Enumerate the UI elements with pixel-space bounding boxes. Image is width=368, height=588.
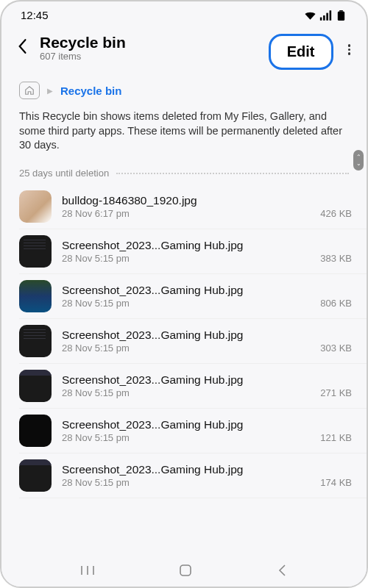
svg-rect-5	[338, 11, 344, 20]
signal-icon	[319, 10, 332, 21]
recents-icon	[80, 564, 95, 576]
info-text: This Recycle bin shows items deleted fro…	[1, 110, 367, 163]
file-thumbnail	[19, 370, 52, 402]
file-item[interactable]: Screenshot_2023...Gaming Hub.jpg 28 Nov …	[19, 319, 367, 364]
section-divider	[116, 173, 349, 174]
chevron-left-icon	[16, 38, 28, 54]
file-thumbnail	[19, 415, 52, 447]
file-date: 28 Nov 5:15 pm	[62, 298, 130, 309]
item-count: 607 items	[40, 51, 260, 62]
file-date: 28 Nov 5:15 pm	[62, 477, 130, 488]
page-title: Recycle bin	[40, 34, 260, 51]
file-thumbnail	[19, 459, 52, 492]
file-item[interactable]: Screenshot_2023...Gaming Hub.jpg 28 Nov …	[19, 364, 367, 409]
file-size: 806 KB	[320, 298, 352, 309]
recents-button[interactable]	[80, 564, 95, 579]
file-item[interactable]: Screenshot_2023...Gaming Hub.jpg 28 Nov …	[19, 229, 367, 274]
file-name: bulldog-1846380_1920.jpg	[62, 194, 352, 207]
more-options-button[interactable]	[345, 34, 353, 55]
file-name: Screenshot_2023...Gaming Hub.jpg	[62, 329, 352, 342]
back-nav-button[interactable]	[276, 564, 288, 580]
breadcrumb-current[interactable]: Recycle bin	[60, 85, 121, 97]
back-button[interactable]	[16, 38, 31, 59]
home-nav-icon	[179, 564, 192, 577]
file-size: 426 KB	[320, 208, 352, 219]
file-item[interactable]: Screenshot_2023...Gaming Hub.jpg 28 Nov …	[19, 274, 367, 319]
svg-rect-4	[339, 10, 343, 12]
file-info: Screenshot_2023...Gaming Hub.jpg 28 Nov …	[62, 239, 352, 264]
file-date: 28 Nov 5:15 pm	[62, 387, 130, 398]
file-info: Screenshot_2023...Gaming Hub.jpg 28 Nov …	[62, 373, 352, 398]
chevron-up-icon: ⌃	[356, 154, 361, 160]
file-size: 303 KB	[320, 343, 352, 354]
file-info: Screenshot_2023...Gaming Hub.jpg 28 Nov …	[62, 418, 352, 443]
file-date: 28 Nov 5:15 pm	[62, 432, 130, 443]
svg-rect-3	[330, 10, 332, 21]
breadcrumb-separator-icon: ▶	[47, 87, 53, 95]
edit-button[interactable]: Edit	[269, 34, 333, 70]
file-thumbnail	[19, 325, 52, 357]
section-label: 25 days until deletion	[19, 168, 109, 179]
home-button[interactable]	[179, 564, 192, 580]
file-list: bulldog-1846380_1920.jpg 28 Nov 6:17 pm …	[1, 184, 367, 498]
breadcrumb: ▶ Recycle bin	[1, 74, 367, 110]
svg-rect-6	[180, 565, 191, 576]
status-icons	[304, 10, 347, 21]
file-name: Screenshot_2023...Gaming Hub.jpg	[62, 418, 352, 431]
wifi-icon	[304, 10, 316, 21]
svg-rect-0	[320, 17, 322, 20]
file-thumbnail	[19, 280, 52, 312]
file-thumbnail	[19, 190, 52, 223]
file-date: 28 Nov 5:15 pm	[62, 253, 130, 264]
file-item[interactable]: Screenshot_2023...Gaming Hub.jpg 28 Nov …	[19, 453, 367, 498]
file-name: Screenshot_2023...Gaming Hub.jpg	[62, 284, 352, 297]
status-time: 12:45	[21, 9, 49, 21]
file-info: Screenshot_2023...Gaming Hub.jpg 28 Nov …	[62, 284, 352, 309]
file-date: 28 Nov 5:15 pm	[62, 343, 130, 354]
chevron-down-icon: ⌄	[356, 160, 361, 167]
scroll-indicator[interactable]: ⌃ ⌄	[353, 150, 364, 171]
back-nav-icon	[276, 564, 288, 577]
section-header: 25 days until deletion	[1, 163, 367, 184]
file-info: bulldog-1846380_1920.jpg 28 Nov 6:17 pm …	[62, 194, 352, 219]
title-block: Recycle bin 607 items	[40, 34, 260, 62]
battery-icon	[335, 10, 347, 21]
file-name: Screenshot_2023...Gaming Hub.jpg	[62, 373, 352, 387]
breadcrumb-home[interactable]	[19, 82, 40, 99]
svg-rect-2	[326, 12, 328, 20]
file-date: 28 Nov 6:17 pm	[62, 208, 130, 219]
status-bar: 12:45	[1, 1, 367, 26]
file-name: Screenshot_2023...Gaming Hub.jpg	[62, 463, 352, 476]
file-info: Screenshot_2023...Gaming Hub.jpg 28 Nov …	[62, 463, 352, 488]
file-thumbnail	[19, 235, 52, 268]
file-size: 174 KB	[320, 477, 352, 488]
file-size: 271 KB	[320, 387, 352, 398]
file-info: Screenshot_2023...Gaming Hub.jpg 28 Nov …	[62, 329, 352, 354]
navigation-bar	[1, 557, 367, 587]
file-item[interactable]: Screenshot_2023...Gaming Hub.jpg 28 Nov …	[19, 409, 367, 453]
file-size: 121 KB	[320, 432, 352, 443]
file-name: Screenshot_2023...Gaming Hub.jpg	[62, 239, 352, 252]
svg-rect-1	[323, 15, 325, 21]
file-size: 383 KB	[320, 253, 352, 264]
header: Recycle bin 607 items Edit	[1, 26, 367, 74]
file-item[interactable]: bulldog-1846380_1920.jpg 28 Nov 6:17 pm …	[19, 184, 367, 229]
home-icon	[24, 85, 35, 96]
